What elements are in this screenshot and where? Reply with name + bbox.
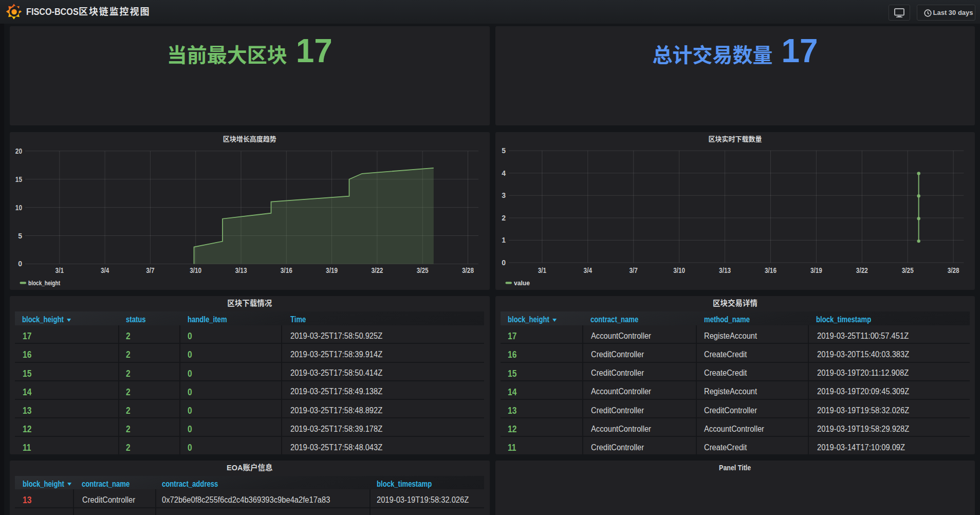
- svg-text:3/28: 3/28: [462, 266, 474, 274]
- svg-text:3/1: 3/1: [56, 266, 64, 274]
- svg-text:3/25: 3/25: [902, 266, 914, 274]
- svg-text:3/22: 3/22: [371, 266, 383, 274]
- svg-text:3/28: 3/28: [948, 266, 959, 274]
- svg-text:3/13: 3/13: [235, 266, 247, 274]
- svg-text:3/7: 3/7: [630, 266, 638, 274]
- svg-text:3/19: 3/19: [326, 266, 338, 274]
- svg-text:0: 0: [502, 259, 506, 267]
- svg-text:10: 10: [15, 203, 22, 211]
- svg-text:3/4: 3/4: [101, 266, 109, 274]
- svg-text:1: 1: [502, 236, 506, 244]
- svg-text:5: 5: [18, 231, 22, 240]
- svg-text:3/10: 3/10: [673, 266, 685, 274]
- svg-text:3/25: 3/25: [417, 266, 429, 274]
- svg-text:3/4: 3/4: [584, 266, 593, 274]
- svg-text:0: 0: [18, 260, 22, 268]
- svg-text:15: 15: [15, 175, 22, 183]
- svg-text:3/22: 3/22: [856, 266, 868, 274]
- svg-text:区块增长高度趋势: 区块增长高度趋势: [223, 135, 276, 142]
- svg-text:2: 2: [502, 213, 506, 222]
- svg-text:4: 4: [502, 169, 506, 177]
- svg-text:3: 3: [502, 191, 506, 199]
- svg-text:block_height: block_height: [28, 279, 61, 286]
- svg-text:3/1: 3/1: [538, 266, 547, 274]
- svg-text:3/16: 3/16: [281, 266, 292, 274]
- svg-text:5: 5: [502, 146, 506, 155]
- svg-text:3/10: 3/10: [190, 266, 201, 274]
- svg-text:3/13: 3/13: [719, 266, 731, 274]
- svg-text:区块实时下载数量: 区块实时下载数量: [708, 135, 762, 142]
- svg-text:3/16: 3/16: [765, 266, 776, 274]
- svg-text:20: 20: [15, 146, 22, 155]
- svg-text:value: value: [514, 279, 530, 286]
- svg-text:3/19: 3/19: [810, 266, 822, 274]
- svg-text:3/7: 3/7: [146, 266, 155, 274]
